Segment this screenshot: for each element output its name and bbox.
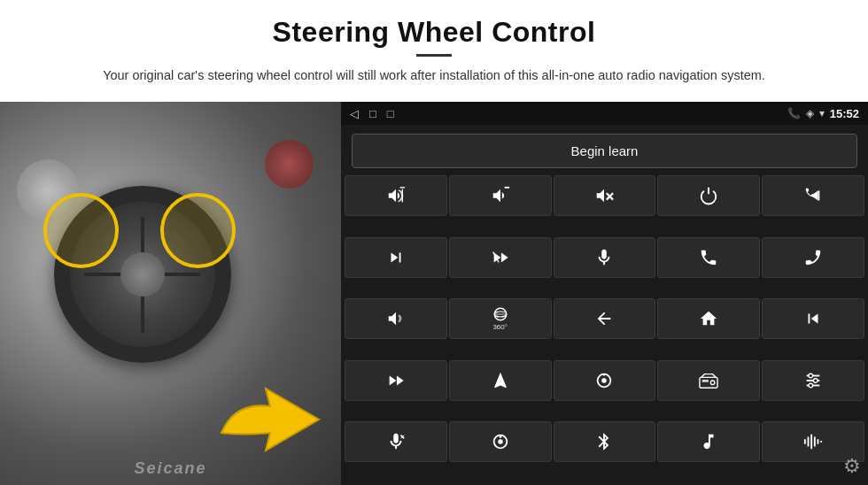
title-divider (416, 54, 452, 57)
status-bar-left: ◁ □ □ (350, 107, 394, 120)
microphone-button[interactable] (554, 237, 656, 278)
navigation-button[interactable] (449, 360, 552, 401)
svg-point-26 (499, 436, 501, 439)
car-image-panel: Seicane (0, 102, 341, 485)
vol-down-button[interactable] (449, 175, 552, 216)
svg-rect-15 (702, 380, 709, 382)
svg-point-25 (498, 440, 503, 445)
recents-nav-icon[interactable]: □ (387, 107, 394, 120)
knob-button[interactable] (449, 421, 552, 462)
car-background: Seicane (0, 102, 341, 485)
header-section: Steering Wheel Control Your original car… (0, 0, 868, 95)
phone-call-button[interactable] (657, 237, 760, 278)
back-nav-icon[interactable]: ◁ (350, 107, 359, 120)
phone-prev-button[interactable] (762, 175, 864, 216)
svg-point-14 (711, 381, 716, 385)
fast-fwd-button[interactable] (345, 360, 447, 401)
svg-point-21 (809, 383, 813, 388)
skip-next-button[interactable] (345, 237, 447, 278)
status-bar: ◁ □ □ 📞 ◈ ▾ 15:52 (341, 102, 868, 125)
seicane-watermark: Seicane (134, 459, 206, 478)
begin-learn-button[interactable]: Begin learn (352, 134, 857, 168)
360-camera-button[interactable]: 360° (449, 298, 552, 339)
wheel-hub (120, 252, 165, 296)
svg-point-19 (809, 373, 813, 378)
svg-rect-5 (818, 191, 820, 201)
page-container: Steering Wheel Control Your original car… (0, 0, 868, 485)
android-panel: ◁ □ □ 📞 ◈ ▾ 15:52 Begin learn (341, 102, 868, 485)
power-button[interactable] (657, 175, 760, 216)
music-button[interactable] (657, 421, 760, 462)
skip-prev-button[interactable] (762, 298, 864, 339)
yellow-arrow (217, 384, 323, 467)
svg-point-20 (814, 379, 818, 383)
wifi-status-icon: ▾ (819, 107, 825, 119)
mute-button[interactable] (554, 175, 656, 216)
eq-settings-button[interactable] (762, 360, 864, 401)
svg-point-11 (602, 378, 608, 383)
highlight-circle-right (160, 193, 236, 268)
back-button[interactable] (554, 298, 656, 339)
svg-rect-27 (804, 440, 806, 445)
location-status-icon: ◈ (806, 107, 814, 119)
control-grid: 360° (341, 175, 868, 485)
status-bar-right: 📞 ◈ ▾ 15:52 (787, 107, 859, 120)
content-section: Seicane ◁ □ □ 📞 ◈ ▾ 15:52 (0, 102, 868, 485)
home-button[interactable] (657, 298, 760, 339)
svg-rect-28 (808, 437, 810, 447)
status-time: 15:52 (830, 107, 859, 120)
home-nav-icon[interactable]: □ (369, 107, 376, 120)
ff-cut-button[interactable] (449, 237, 552, 278)
bluetooth-button[interactable] (554, 421, 656, 462)
svg-rect-31 (818, 440, 819, 445)
svg-rect-30 (814, 437, 816, 447)
svg-rect-29 (810, 435, 812, 450)
page-title: Steering Wheel Control (53, 16, 815, 49)
speaker-horn-button[interactable] (345, 298, 447, 339)
radio-button[interactable] (657, 360, 760, 401)
gear-settings-icon[interactable]: ⚙ (843, 455, 861, 478)
hang-up-button[interactable] (762, 237, 864, 278)
source-button[interactable] (554, 360, 656, 401)
highlight-circle-left (43, 193, 119, 268)
svg-rect-32 (820, 442, 822, 443)
voice-learn-button[interactable] (345, 421, 447, 462)
vol-up-button[interactable] (345, 175, 447, 216)
begin-learn-row: Begin learn (341, 125, 868, 175)
subtitle: Your original car's steering wheel contr… (97, 65, 771, 86)
phone-status-icon: 📞 (787, 107, 801, 119)
